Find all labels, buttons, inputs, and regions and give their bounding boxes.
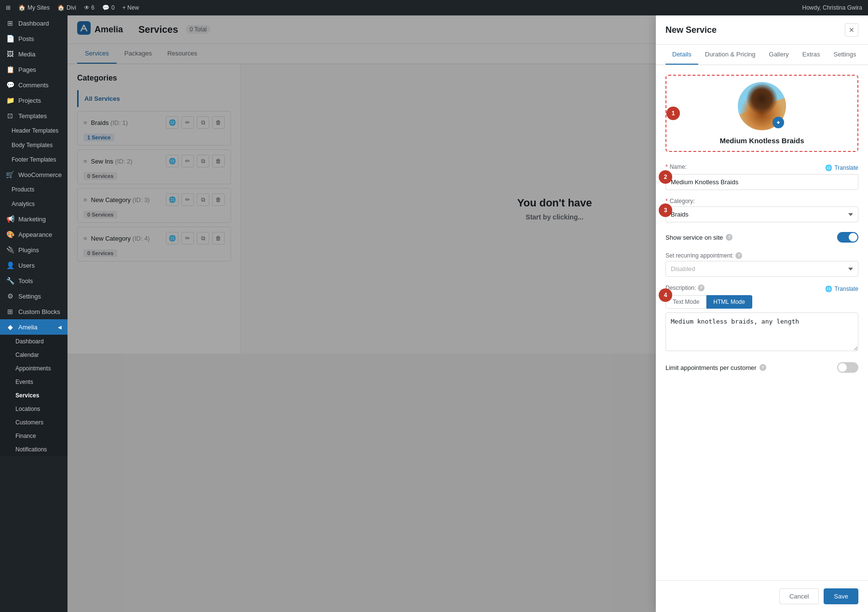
sidebar-item-footer-templates[interactable]: Footer Templates xyxy=(0,152,68,167)
category-select[interactable]: Braids xyxy=(665,206,858,222)
submenu-item-notifications[interactable]: Notifications xyxy=(0,443,68,456)
admin-bar-new[interactable]: + New xyxy=(122,4,139,11)
step-badge-1: 1 xyxy=(666,107,680,120)
submenu-item-dashboard[interactable]: Dashboard xyxy=(0,335,68,348)
step-badge-2: 2 xyxy=(659,170,672,184)
submenu-item-locations[interactable]: Locations xyxy=(0,402,68,416)
name-field-row: 2 * Name: 🌐 Translate xyxy=(665,163,858,190)
modal-footer: Cancel Save xyxy=(656,580,868,612)
sidebar-item-comments[interactable]: 💬 Comments xyxy=(0,77,68,93)
show-on-site-label: Show service on site ? xyxy=(665,234,732,241)
description-mode-switcher: Text Mode HTML Mode xyxy=(665,295,858,309)
dashboard-icon: ⊞ xyxy=(6,19,14,27)
submenu-item-services[interactable]: Services xyxy=(0,389,68,402)
modal-body: 1 Me xyxy=(656,65,868,580)
limit-appointments-toggle[interactable] xyxy=(837,362,858,373)
sidebar-item-products[interactable]: Products xyxy=(0,182,68,197)
sidebar-item-tools[interactable]: 🔧 Tools xyxy=(0,273,68,288)
limit-appointments-help-icon[interactable]: ? xyxy=(760,364,766,371)
admin-bar: ⊞ 🏠 My Sites 🏠 Divi 👁 6 💬 0 + New Howdy,… xyxy=(0,0,868,15)
modal-tab-gallery[interactable]: Gallery xyxy=(762,45,796,65)
submenu-item-appointments[interactable]: Appointments xyxy=(0,362,68,375)
step-badge-4: 4 xyxy=(659,288,672,302)
sidebar-item-amelia[interactable]: ◆ Amelia ◀ xyxy=(0,319,68,335)
admin-bar-greeting: Howdy, Christina Gwira xyxy=(802,4,862,11)
sidebar-item-media[interactable]: 🖼 Media xyxy=(0,46,68,62)
recurring-help-icon[interactable]: ? xyxy=(735,252,742,259)
marketing-icon: 📢 xyxy=(6,215,14,223)
limit-appointments-label: Limit appointments per customer ? xyxy=(665,364,766,371)
name-translate-link[interactable]: 🌐 Translate xyxy=(825,164,858,171)
sidebar-item-custom-blocks[interactable]: ⊞ Custom Blocks xyxy=(0,304,68,319)
modal-tab-details[interactable]: Details xyxy=(665,45,698,65)
modal-tab-settings[interactable]: Settings xyxy=(827,45,863,65)
description-field-row: 4 Description: ? 🌐 Translate Text Mode H… xyxy=(665,285,858,353)
modal-tab-duration-pricing[interactable]: Duration & Pricing xyxy=(698,45,762,65)
admin-bar-divi[interactable]: 🏠 Divi xyxy=(57,4,76,11)
name-input[interactable] xyxy=(665,174,858,190)
description-textarea[interactable]: Medium knotless braids, any length xyxy=(665,313,858,351)
step-badge-3: 3 xyxy=(659,204,672,217)
sidebar-item-marketing[interactable]: 📢 Marketing xyxy=(0,211,68,227)
recurring-label: Set recurring appointment: ? xyxy=(665,252,858,259)
appearance-icon: 🎨 xyxy=(6,231,14,238)
sidebar-item-analytics[interactable]: Analytics xyxy=(0,197,68,211)
image-edit-badge xyxy=(773,117,784,128)
sidebar: ⊞ Dashboard 📄 Posts 🖼 Media 📋 Pages 💬 Co… xyxy=(0,15,68,612)
description-help-icon[interactable]: ? xyxy=(698,285,705,291)
pages-icon: 📋 xyxy=(6,66,14,73)
sidebar-item-pages[interactable]: 📋 Pages xyxy=(0,62,68,77)
category-field-row: 3 * Category: Braids xyxy=(665,198,858,222)
submenu-item-calendar[interactable]: Calendar xyxy=(0,348,68,362)
sidebar-item-appearance[interactable]: 🎨 Appearance xyxy=(0,227,68,242)
comments-icon: 💬 xyxy=(6,81,14,89)
modal-title: New Service xyxy=(665,25,717,35)
save-button[interactable]: Save xyxy=(824,588,858,604)
admin-bar-eye[interactable]: 👁 6 xyxy=(84,4,95,11)
limit-appointments-row: Limit appointments per customer ? xyxy=(665,360,858,375)
amelia-icon: ◆ xyxy=(6,323,14,331)
custom-blocks-icon: ⊞ xyxy=(6,308,14,315)
posts-icon: 📄 xyxy=(6,35,14,42)
sidebar-item-projects[interactable]: 📁 Projects xyxy=(0,93,68,108)
sidebar-item-plugins[interactable]: 🔌 Plugins xyxy=(0,242,68,258)
description-translate-link[interactable]: 🌐 Translate xyxy=(825,286,858,292)
modal-panel: New Service ✕ Details Duration & Pricing… xyxy=(656,15,868,612)
media-icon: 🖼 xyxy=(6,50,14,58)
cancel-button[interactable]: Cancel xyxy=(779,588,819,604)
amelia-submenu: Dashboard Calendar Appointments Events S… xyxy=(0,335,68,456)
sidebar-item-dashboard[interactable]: ⊞ Dashboard xyxy=(0,15,68,31)
service-image-wrapper xyxy=(738,82,786,130)
modal-close-button[interactable]: ✕ xyxy=(845,23,858,37)
show-on-site-help-icon[interactable]: ? xyxy=(726,234,732,241)
plugins-icon: 🔌 xyxy=(6,246,14,254)
users-icon: 👤 xyxy=(6,261,14,269)
sidebar-item-templates[interactable]: ⊡ Templates xyxy=(0,108,68,123)
submenu-item-events[interactable]: Events xyxy=(0,375,68,389)
sidebar-item-woocommerce[interactable]: 🛒 WooCommerce xyxy=(0,167,68,182)
woocommerce-icon: 🛒 xyxy=(6,171,14,178)
recurring-select[interactable]: Disabled xyxy=(665,261,858,277)
submenu-item-finance[interactable]: Finance xyxy=(0,429,68,443)
admin-bar-wp-icon[interactable]: ⊞ xyxy=(6,4,11,11)
admin-bar-comments[interactable]: 💬 0 xyxy=(102,4,115,11)
modal-tab-extras[interactable]: Extras xyxy=(796,45,827,65)
settings-icon: ⚙ xyxy=(6,292,14,300)
sidebar-item-settings[interactable]: ⚙ Settings xyxy=(0,288,68,304)
show-on-site-toggle[interactable] xyxy=(837,232,858,243)
admin-bar-my-sites[interactable]: 🏠 My Sites xyxy=(18,4,50,11)
service-name-display: Medium Knotless Braids xyxy=(719,136,804,145)
submenu-item-customers[interactable]: Customers xyxy=(0,416,68,429)
sidebar-item-users[interactable]: 👤 Users xyxy=(0,258,68,273)
sidebar-item-header-templates[interactable]: Header Templates xyxy=(0,123,68,138)
category-label: * Category: xyxy=(665,198,858,204)
image-upload-area[interactable]: Medium Knotless Braids xyxy=(665,75,858,152)
html-mode-button[interactable]: HTML Mode xyxy=(706,295,752,309)
modal-tabs: Details Duration & Pricing Gallery Extra… xyxy=(656,45,868,65)
tools-icon: 🔧 xyxy=(6,277,14,285)
sidebar-item-body-templates[interactable]: Body Templates xyxy=(0,138,68,152)
name-label: * Name: xyxy=(665,163,687,170)
sidebar-item-posts[interactable]: 📄 Posts xyxy=(0,31,68,46)
projects-icon: 📁 xyxy=(6,96,14,104)
templates-icon: ⊡ xyxy=(6,112,14,120)
